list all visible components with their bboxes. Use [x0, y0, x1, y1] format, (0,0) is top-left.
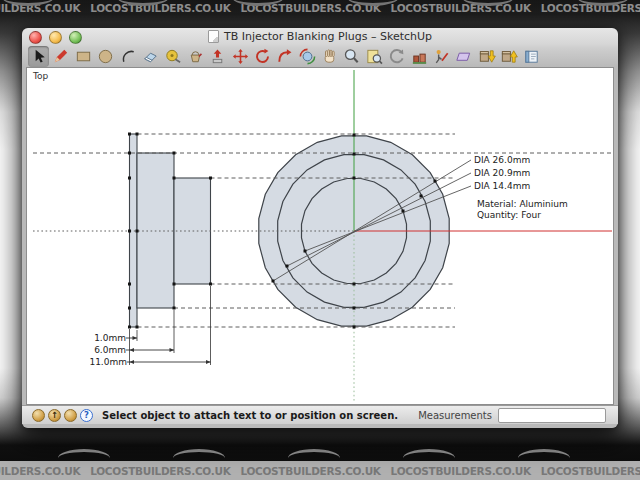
tool-paint-bucket-button[interactable] — [185, 46, 206, 67]
dim-label-6mm: 6.0mm — [94, 345, 126, 355]
share-model-icon — [499, 47, 518, 66]
endpoint-dot — [420, 195, 423, 198]
endpoint-dot — [353, 134, 356, 137]
endpoint-dot — [434, 180, 437, 183]
dim-arrow — [130, 348, 135, 352]
tool-rotate-button[interactable] — [252, 46, 273, 67]
section-plane-icon — [454, 47, 473, 66]
zoom-extents-icon — [365, 47, 384, 66]
watermark-row-top: LOCOSTBUILDERS.CO.UK LOCOSTBUILDERS.CO.U… — [0, 2, 640, 14]
endpoint-dot — [304, 250, 307, 253]
dim-arrow — [133, 336, 138, 340]
select-icon — [29, 47, 48, 66]
tool-section-plane-button[interactable] — [453, 46, 474, 67]
endpoint-dot — [272, 280, 275, 283]
endpoint-dot — [128, 152, 131, 155]
endpoint-dot — [173, 177, 176, 180]
endpoint-dot — [128, 177, 131, 180]
tool-components-button[interactable] — [521, 46, 542, 67]
tool-push-pull-button[interactable] — [207, 46, 228, 67]
tool-arc-button[interactable] — [118, 46, 139, 67]
add-location-icon — [410, 47, 429, 66]
drawing-viewport[interactable]: TopDIA 26.0mmDIA 20.9mmDIA 14.4mmMateria… — [26, 67, 614, 405]
tool-add-location-button[interactable] — [409, 46, 430, 67]
endpoint-dot — [209, 177, 212, 180]
endpoint-dot — [353, 326, 356, 329]
tool-follow-me-button[interactable] — [274, 46, 295, 67]
endpoint-dot — [128, 133, 131, 136]
status-message: Select object to attach text to or posit… — [102, 410, 418, 421]
tool-orbit-button[interactable] — [297, 46, 318, 67]
follow-me-icon — [275, 47, 294, 66]
drawing-svg: TopDIA 26.0mmDIA 20.9mmDIA 14.4mmMateria… — [27, 68, 613, 404]
tool-line-button[interactable] — [50, 46, 71, 67]
tool-get-models-button[interactable] — [476, 46, 497, 67]
tool-circle-button[interactable] — [95, 46, 116, 67]
endpoint-dot — [353, 307, 356, 310]
status-model-icon[interactable] — [64, 409, 77, 422]
endpoint-dot — [209, 283, 212, 286]
previous-view-icon — [387, 47, 406, 66]
endpoint-dot — [353, 283, 356, 286]
endpoint-dot — [402, 210, 405, 213]
dia-label-26: DIA 26.0mm — [474, 155, 530, 165]
sketchup-window: TB Injector Blanking Plugs – SketchUp To… — [22, 28, 618, 428]
desktop-background: LOCOSTBUILDERS.CO.UK LOCOSTBUILDERS.CO.U… — [0, 0, 640, 480]
dia-label-209: DIA 20.9mm — [474, 168, 530, 178]
endpoint-dot — [286, 265, 289, 268]
view-label: Top — [32, 71, 48, 81]
material-note: Material: Aluminium — [477, 199, 568, 209]
endpoint-dot — [136, 133, 139, 136]
dim-label-1mm: 1.0mm — [94, 333, 126, 343]
status-credit-icon[interactable] — [32, 409, 45, 422]
dim-arrow — [206, 360, 211, 364]
text-icon — [432, 47, 451, 66]
tool-previous-view-button[interactable] — [386, 46, 407, 67]
tool-select-button[interactable] — [28, 46, 49, 67]
tool-eraser-button[interactable] — [140, 46, 161, 67]
dim-arrow — [130, 360, 135, 364]
pan-icon — [320, 47, 339, 66]
document-icon — [208, 30, 219, 43]
push-pull-icon — [208, 47, 227, 66]
orbit-icon — [298, 47, 317, 66]
minimize-button[interactable] — [49, 31, 62, 44]
arc-icon — [119, 47, 138, 66]
endpoint-dot — [136, 326, 139, 329]
status-upload-icon[interactable]: ↑ — [48, 409, 61, 422]
tool-text-button[interactable] — [431, 46, 452, 67]
zoom-button[interactable] — [69, 31, 82, 44]
endpoint-dot — [128, 283, 131, 286]
dim-arrow — [170, 348, 175, 352]
dim-label-11mm: 11.0mm — [89, 357, 127, 367]
endpoint-dot — [128, 307, 131, 310]
close-button[interactable] — [29, 31, 42, 44]
dia-label-144: DIA 14.4mm — [474, 181, 530, 191]
tool-move-button[interactable] — [230, 46, 251, 67]
title-bar[interactable]: TB Injector Blanking Plugs – SketchUp — [22, 28, 618, 44]
endpoint-dot — [128, 230, 131, 233]
zoom-icon — [342, 47, 361, 66]
endpoint-dot — [353, 153, 356, 156]
tool-tape-measure-button[interactable] — [162, 46, 183, 67]
status-bar: ↑ ? Select object to attach text to or p… — [22, 405, 618, 424]
components-icon — [522, 47, 541, 66]
watermark-row-bottom: LOCOSTBUILDERS.CO.UK LOCOSTBUILDERS.CO.U… — [0, 465, 640, 477]
tool-pan-button[interactable] — [319, 46, 340, 67]
toolbar — [28, 45, 543, 67]
endpoint-dot — [173, 152, 176, 155]
tool-share-model-button[interactable] — [498, 46, 519, 67]
tool-rectangle-button[interactable] — [73, 46, 94, 67]
endpoint-dot — [128, 326, 131, 329]
tape-measure-icon — [163, 47, 182, 66]
window-title: TB Injector Blanking Plugs – SketchUp — [224, 30, 432, 43]
measurements-input[interactable] — [498, 408, 606, 423]
tool-zoom-extents-button[interactable] — [364, 46, 385, 67]
get-models-icon — [477, 47, 496, 66]
endpoint-dot — [353, 177, 356, 180]
rotate-icon — [253, 47, 272, 66]
help-icon[interactable]: ? — [80, 409, 93, 422]
tool-zoom-button[interactable] — [341, 46, 362, 67]
endpoint-dot — [173, 283, 176, 286]
profile-rect-2 — [174, 178, 211, 284]
